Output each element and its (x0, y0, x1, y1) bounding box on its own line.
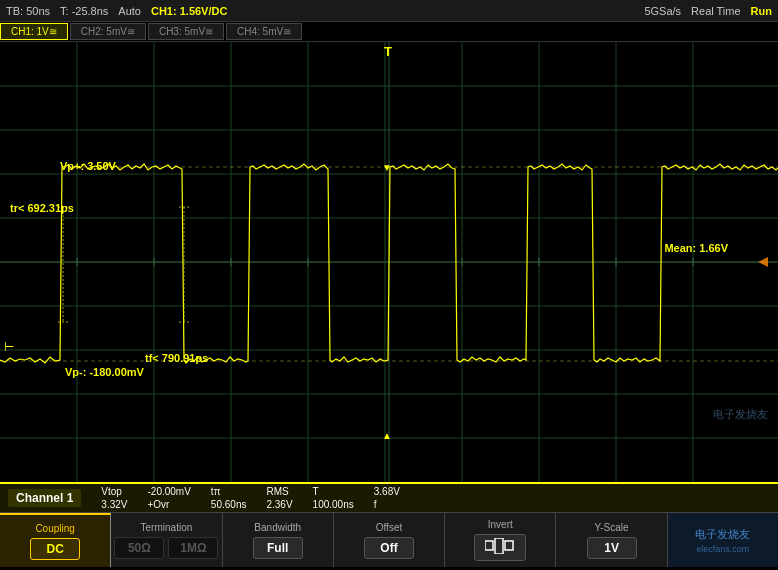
brand-text: 电子发烧友elecfans.com (695, 527, 750, 554)
vp-minus-label: Vp-: -180.00mV (65, 366, 144, 378)
offset-button[interactable]: Offset Off (334, 513, 445, 567)
controls-row: Coupling DC Termination 50Ω 1MΩ Bandwidt… (0, 512, 778, 567)
sample-rate-display: 5GSa/s (644, 5, 681, 17)
rms-display: RMS 2.36V (266, 485, 292, 511)
rise-time-label: tr< 692.31ps (10, 202, 74, 214)
coupling-value: DC (30, 538, 80, 560)
offset-label: Offset (376, 522, 403, 533)
invert-label: Invert (488, 519, 513, 530)
trigger-time-display: T: -25.8ns (60, 5, 108, 17)
cursor-vp-marker: ▼ (382, 162, 392, 173)
top-status-bar: TB: 50ns T: -25.8ns Auto CH1: 1.56V/DC 5… (0, 0, 778, 22)
timebase-display: TB: 50ns (6, 5, 50, 17)
invert-button[interactable]: Invert (445, 513, 556, 567)
termination-50-value: 50Ω (114, 537, 164, 559)
vp-plus-label: Vp+: 3.50V (60, 160, 116, 172)
channel-3-tab[interactable]: CH3: 5mV≅ (148, 23, 224, 40)
ch1-scale-display: CH1: 1.56V/DC (151, 5, 227, 17)
fall-time-label: tf< 790.91ps (145, 352, 208, 364)
invert-icon (474, 534, 526, 561)
cursor-bottom-marker: ▲ (382, 430, 392, 441)
waveform-display (0, 42, 778, 482)
svg-rect-37 (485, 541, 493, 550)
period-t-display: T 100.00ns (313, 485, 354, 511)
offset-value: Off (364, 537, 414, 559)
yscale-value: 1V (587, 537, 637, 559)
channel-2-tab[interactable]: CH2: 5mV≅ (70, 23, 146, 40)
trigger-t-marker: T (384, 44, 392, 59)
vtop-display: Vtop 3.32V (101, 485, 127, 511)
watermark-text: 电子发烧友 (713, 407, 768, 422)
svg-marker-36 (758, 257, 768, 267)
svg-rect-38 (495, 538, 503, 554)
run-status-display: Run (751, 5, 772, 17)
bandwidth-button[interactable]: Bandwidth Full (223, 513, 334, 567)
period-display: tπ 50.60ns (211, 485, 247, 511)
mode-display: Auto (118, 5, 141, 17)
termination-label: Termination (141, 522, 193, 533)
scope-screen: Vp+: 3.50V tr< 692.31ps tf< 790.91ps Vp-… (0, 42, 778, 482)
mean-label: Mean: 1.66V (664, 242, 728, 254)
coupling-button[interactable]: Coupling DC (0, 513, 111, 567)
termination-1m-value: 1MΩ (168, 537, 218, 559)
channel-1-tab[interactable]: CH1: 1V≅ (0, 23, 68, 40)
channel-4-tab[interactable]: CH4: 5mV≅ (226, 23, 302, 40)
realtime-display: Real Time (691, 5, 741, 17)
bandwidth-value: Full (253, 537, 303, 559)
coupling-label: Coupling (35, 523, 74, 534)
bandwidth-label: Bandwidth (254, 522, 301, 533)
termination-button[interactable]: Termination 50Ω 1MΩ (111, 513, 222, 567)
svg-rect-39 (505, 541, 513, 550)
ground-level-marker: ⊢ (4, 340, 14, 354)
yscale-button[interactable]: Y-Scale 1V (556, 513, 667, 567)
brand-button: 电子发烧友elecfans.com (668, 513, 778, 567)
channel-title: Channel 1 (8, 489, 81, 507)
channel-tabs: CH1: 1V≅ CH2: 5mV≅ CH3: 5mV≅ CH4: 5mV≅ (0, 22, 778, 42)
data-panel: Channel 1 Vtop 3.32V Vbase -20.00mV +Ovr… (0, 482, 778, 512)
yscale-label: Y-Scale (594, 522, 628, 533)
